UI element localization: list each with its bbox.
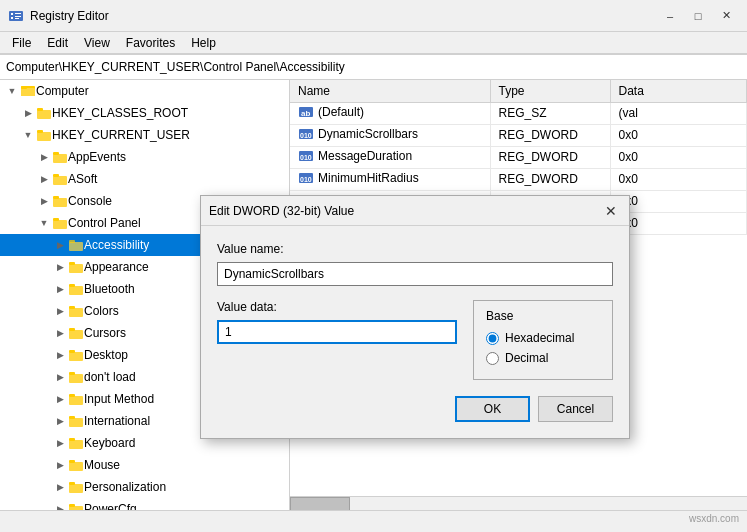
base-section: Base Hexadecimal Decimal bbox=[473, 300, 613, 380]
value-data-input[interactable] bbox=[217, 320, 457, 344]
dialog-title-bar: Edit DWORD (32-bit) Value ✕ bbox=[201, 196, 629, 226]
dialog-buttons: OK Cancel bbox=[217, 396, 613, 422]
hexadecimal-label: Hexadecimal bbox=[505, 331, 574, 345]
dialog-close-button[interactable]: ✕ bbox=[601, 201, 621, 221]
edit-dword-dialog: Edit DWORD (32-bit) Value ✕ Value name: … bbox=[200, 195, 630, 439]
decimal-radio-row: Decimal bbox=[486, 351, 600, 365]
value-data-section: Value data: bbox=[217, 300, 457, 344]
value-name-label: Value name: bbox=[217, 242, 613, 256]
dialog-body: Value name: Value data: Base Hexadecimal… bbox=[201, 226, 629, 438]
dialog-data-row: Value data: Base Hexadecimal Decimal bbox=[217, 300, 613, 380]
hexadecimal-radio[interactable] bbox=[486, 332, 499, 345]
hexadecimal-radio-row: Hexadecimal bbox=[486, 331, 600, 345]
value-data-label: Value data: bbox=[217, 300, 457, 314]
decimal-label: Decimal bbox=[505, 351, 548, 365]
dialog-title: Edit DWORD (32-bit) Value bbox=[209, 204, 354, 218]
cancel-button[interactable]: Cancel bbox=[538, 396, 613, 422]
value-name-input[interactable] bbox=[217, 262, 613, 286]
ok-button[interactable]: OK bbox=[455, 396, 530, 422]
base-label: Base bbox=[486, 309, 600, 323]
decimal-radio[interactable] bbox=[486, 352, 499, 365]
